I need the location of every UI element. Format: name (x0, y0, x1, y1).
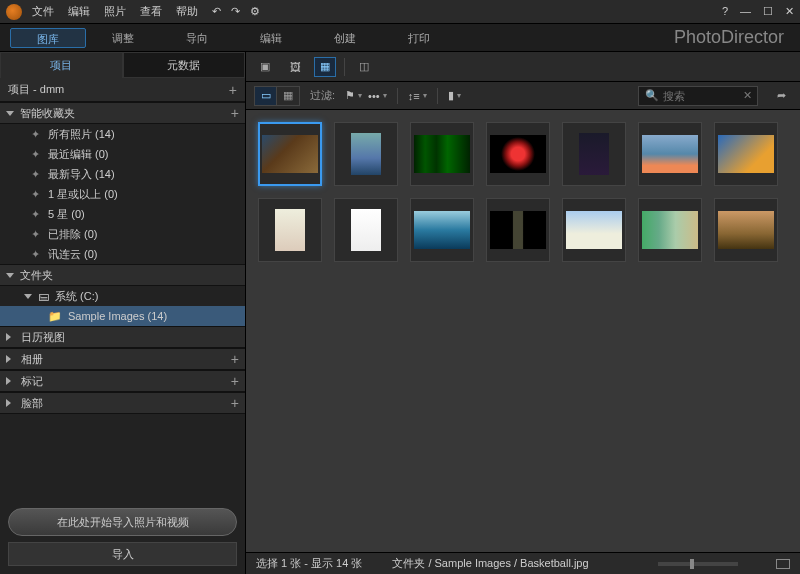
add-album-icon[interactable]: + (231, 351, 239, 367)
thumbnail-image (642, 135, 698, 173)
search-box[interactable]: 🔍 ✕ (638, 86, 758, 106)
menu-photo[interactable]: 照片 (104, 4, 126, 19)
add-smart-icon[interactable]: + (231, 105, 239, 121)
drive-label: 系统 (C:) (55, 289, 98, 304)
layout-list-icon[interactable]: ▭ (255, 87, 277, 105)
folder-path: 文件夹 / Sample Images / Basketball.jpg (392, 556, 588, 571)
module-library[interactable]: 图库 (10, 28, 86, 48)
thumbnail-image (414, 211, 470, 249)
thumbnail-image (642, 211, 698, 249)
smart-item[interactable]: ✦5 星 (0) (0, 204, 245, 224)
redo-icon[interactable]: ↷ (231, 5, 240, 18)
thumbnail[interactable] (410, 198, 474, 262)
import-button[interactable]: 导入 (8, 542, 237, 566)
section-tag[interactable]: 标记 + (0, 370, 245, 392)
view-toolbar: ▣ 🖼 ▦ ◫ (246, 52, 800, 82)
maximize-icon[interactable]: ☐ (763, 5, 773, 18)
thumbnail[interactable] (562, 122, 626, 186)
smart-item[interactable]: ✦1 星或以上 (0) (0, 184, 245, 204)
thumbnail-image (490, 135, 546, 173)
section-face[interactable]: 脸部 + (0, 392, 245, 414)
project-label: 项目 - dmm (8, 82, 64, 97)
stack-dropdown[interactable]: ▮▾ (448, 89, 461, 102)
thumbnail[interactable] (410, 122, 474, 186)
export-icon[interactable]: ➦ (770, 86, 792, 106)
menu-help[interactable]: 帮助 (176, 4, 198, 19)
smart-item[interactable]: ✦最近编辑 (0) (0, 144, 245, 164)
search-icon: 🔍 (645, 89, 659, 102)
main-menu: 文件 编辑 照片 查看 帮助 (32, 4, 198, 19)
add-face-icon[interactable]: + (231, 395, 239, 411)
thumbnail[interactable] (258, 122, 322, 186)
smart-item[interactable]: ✦讯连云 (0) (0, 244, 245, 264)
thumbnail[interactable] (334, 198, 398, 262)
thumbnail[interactable] (562, 198, 626, 262)
thumbnail[interactable] (334, 122, 398, 186)
menu-file[interactable]: 文件 (32, 4, 54, 19)
smart-item[interactable]: ✦最新导入 (14) (0, 164, 245, 184)
thumbnail[interactable] (638, 122, 702, 186)
section-album[interactable]: 相册 + (0, 348, 245, 370)
module-adjust[interactable]: 调整 (86, 28, 160, 48)
thumbnail-image (414, 135, 470, 173)
menu-edit[interactable]: 编辑 (68, 4, 90, 19)
close-icon[interactable]: ✕ (785, 5, 794, 18)
section-smart[interactable]: 智能收藏夹 + (0, 102, 245, 124)
folder-sample-images[interactable]: 📁 Sample Images (14) (0, 306, 245, 326)
layout-segment: ▭ ▦ (254, 86, 300, 106)
help-icon[interactable]: ? (722, 5, 728, 18)
filter-flag-dropdown[interactable]: ⚑▾ (345, 89, 362, 102)
thumbnail-image (275, 209, 305, 251)
add-tag-icon[interactable]: + (231, 373, 239, 389)
folder-drive[interactable]: 🖴 系统 (C:) (0, 286, 245, 306)
smart-item-label: 5 星 (0) (48, 207, 85, 222)
thumbnail-image (351, 209, 381, 251)
smart-item-icon: ✦ (28, 168, 42, 181)
smart-item-label: 1 星或以上 (0) (48, 187, 118, 202)
module-print[interactable]: 打印 (382, 28, 456, 48)
undo-icon[interactable]: ↶ (212, 5, 221, 18)
sort-dropdown[interactable]: ↕≡▾ (408, 90, 427, 102)
import-hint-button[interactable]: 在此处开始导入照片和视频 (8, 508, 237, 536)
smart-item[interactable]: ✦已排除 (0) (0, 224, 245, 244)
thumbnail-image (718, 211, 774, 249)
thumbnail[interactable] (638, 198, 702, 262)
zoom-slider[interactable] (658, 562, 738, 566)
view-compare-icon[interactable]: ◫ (353, 57, 375, 77)
module-guided[interactable]: 导向 (160, 28, 234, 48)
search-input[interactable] (663, 90, 743, 102)
module-bar: 图库 调整 导向 编辑 创建 打印 PhotoDirector (0, 24, 800, 52)
menu-view[interactable]: 查看 (140, 4, 162, 19)
clear-search-icon[interactable]: ✕ (743, 89, 752, 102)
collapse-icon (6, 355, 15, 363)
thumbnail[interactable] (714, 122, 778, 186)
smart-header-label: 智能收藏夹 (20, 106, 75, 121)
view-grid-icon[interactable]: ▦ (314, 57, 336, 77)
status-bar: 选择 1 张 - 显示 14 张 文件夹 / Sample Images / B… (246, 552, 800, 574)
thumbnail[interactable] (486, 198, 550, 262)
module-edit[interactable]: 编辑 (234, 28, 308, 48)
tag-label: 标记 (21, 374, 43, 389)
view-single-icon[interactable]: ▣ (254, 57, 276, 77)
zoom-fit-icon[interactable] (776, 559, 790, 569)
thumbnail[interactable] (486, 122, 550, 186)
smart-item-label: 已排除 (0) (48, 227, 98, 242)
module-create[interactable]: 创建 (308, 28, 382, 48)
thumbnail-image (718, 135, 774, 173)
section-folders[interactable]: 文件夹 (0, 264, 245, 286)
filter-label-dropdown[interactable]: •••▾ (368, 90, 387, 102)
settings-icon[interactable]: ⚙ (250, 5, 260, 18)
face-label: 脸部 (21, 396, 43, 411)
layout-grid-icon[interactable]: ▦ (277, 87, 299, 105)
thumbnail-image (262, 135, 318, 173)
thumbnail[interactable] (258, 198, 322, 262)
tab-project[interactable]: 项目 (0, 52, 123, 78)
smart-item[interactable]: ✦所有照片 (14) (0, 124, 245, 144)
add-project-icon[interactable]: + (229, 82, 237, 98)
section-calendar[interactable]: 日历视图 (0, 326, 245, 348)
thumbnail[interactable] (714, 198, 778, 262)
tab-metadata[interactable]: 元数据 (123, 52, 246, 78)
selection-count: 选择 1 张 - 显示 14 张 (256, 556, 362, 571)
view-image-icon[interactable]: 🖼 (284, 57, 306, 77)
minimize-icon[interactable]: — (740, 5, 751, 18)
